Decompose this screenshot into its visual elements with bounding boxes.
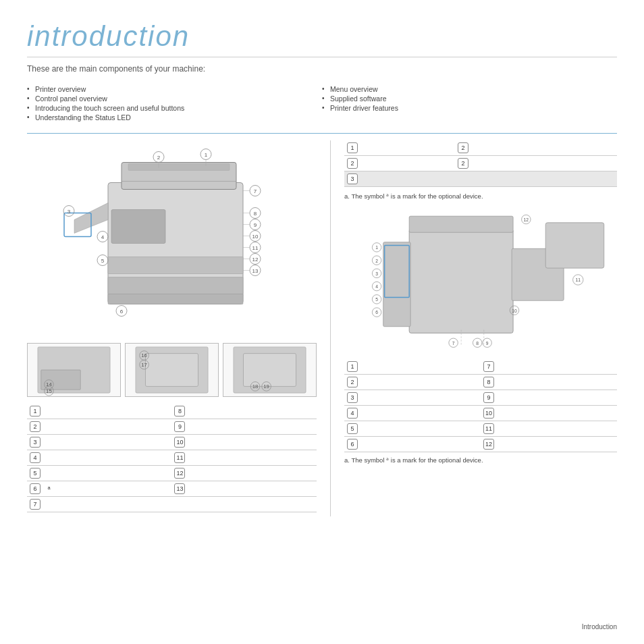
- list-item-1: Printer overview: [27, 84, 308, 94]
- num-badge: 6: [30, 483, 41, 494]
- svg-text:5: 5: [375, 297, 378, 302]
- num-badge: 5: [30, 468, 41, 479]
- svg-text:9: 9: [486, 341, 489, 346]
- svg-text:3: 3: [67, 209, 70, 215]
- svg-text:17: 17: [141, 362, 147, 368]
- table-row: 1 7: [344, 359, 617, 375]
- front-component-table: 1 8 2 9 3 10 4: [27, 404, 317, 512]
- svg-text:11: 11: [252, 245, 258, 251]
- table-row: 7: [27, 497, 317, 512]
- num-badge: 5: [347, 423, 358, 434]
- list-item-5: Menu overview: [322, 84, 603, 94]
- num-badge: 2: [458, 158, 468, 169]
- page-subtitle: These are the main components of your ma…: [27, 64, 617, 74]
- table-row: 5 12: [27, 466, 317, 481]
- svg-text:8: 8: [253, 211, 257, 217]
- num-badge: 4: [30, 452, 41, 463]
- svg-text:12: 12: [252, 257, 258, 263]
- diagram-box-3: 18 19: [223, 343, 317, 397]
- svg-text:15: 15: [46, 388, 52, 394]
- right-list: Menu overview Supplied software Printer …: [322, 84, 617, 122]
- num-badge: 1: [30, 406, 41, 417]
- svg-rect-52: [146, 354, 198, 387]
- svg-text:5: 5: [101, 258, 104, 264]
- page: introduction These are the main componen…: [0, 0, 644, 644]
- diagram-box-2: 16 17: [125, 343, 219, 397]
- num-badge: 1: [347, 142, 358, 153]
- svg-rect-6: [108, 294, 243, 304]
- small-diagrams: 14 15 16 17: [27, 343, 317, 397]
- table-row: 3 9: [344, 390, 617, 406]
- list-item-2: Control panel overview: [27, 94, 308, 103]
- table-row: 2 2: [344, 156, 617, 171]
- intro-lists: Printer overview Control panel overview …: [27, 84, 617, 122]
- num-badge: 4: [347, 408, 358, 419]
- svg-text:8: 8: [476, 341, 479, 346]
- svg-text:13: 13: [252, 268, 258, 274]
- table-row: 5 11: [344, 421, 617, 437]
- svg-text:9: 9: [253, 222, 257, 228]
- list-item-7: Printer driver features: [322, 103, 603, 113]
- svg-text:6: 6: [119, 308, 123, 315]
- main-divider: [27, 133, 617, 134]
- num-badge: 1: [347, 361, 358, 372]
- table-row: 2 9: [27, 419, 317, 435]
- num-badge: 2: [30, 421, 41, 432]
- num-badge: 10: [174, 437, 185, 448]
- svg-text:10: 10: [252, 234, 258, 240]
- num-badge: 8: [174, 406, 185, 417]
- num-badge: 7: [483, 361, 494, 372]
- table-row: 6 a 13: [27, 481, 317, 497]
- num-badge: 9: [174, 421, 185, 432]
- svg-text:11: 11: [576, 277, 581, 282]
- front-printer-diagram: 1 2 3 4 5: [54, 140, 290, 336]
- svg-text:16: 16: [141, 352, 147, 358]
- num-badge: 13: [174, 483, 185, 494]
- svg-text:6: 6: [375, 310, 378, 315]
- left-list: Printer overview Control panel overview …: [27, 84, 322, 122]
- num-badge: 11: [174, 452, 185, 463]
- num-badge: 7: [30, 499, 41, 510]
- svg-text:19: 19: [263, 383, 269, 390]
- svg-text:7: 7: [452, 341, 455, 346]
- num-badge: 3: [30, 437, 41, 448]
- svg-text:4: 4: [375, 284, 378, 289]
- rear-component-table: 1 7 2 8 3 9 4: [344, 359, 617, 452]
- num-badge: 3: [347, 173, 358, 184]
- num-badge: 3: [347, 392, 358, 403]
- diagram-box-1: 14 15: [27, 343, 121, 397]
- svg-text:7: 7: [253, 188, 257, 194]
- num-badge: 2: [347, 377, 358, 387]
- table-row: 3 10: [27, 435, 317, 450]
- table-row: 4 10: [344, 406, 617, 421]
- svg-text:10: 10: [512, 308, 517, 313]
- table-row: 6 12: [344, 437, 617, 452]
- num-badge: 6: [347, 439, 358, 450]
- right-top-footnote: a. The symbol ᵃ is a mark for the option…: [344, 192, 617, 200]
- table-row: 1 2: [344, 140, 617, 156]
- num-badge: 12: [483, 439, 494, 450]
- svg-text:2: 2: [157, 155, 160, 161]
- num-badge: 11: [483, 423, 494, 434]
- svg-rect-63: [409, 229, 513, 333]
- svg-rect-58: [244, 354, 296, 387]
- right-panel: 1 2 2 2 3 a. The: [331, 140, 617, 516]
- svg-rect-3: [111, 210, 165, 244]
- svg-text:4: 4: [101, 234, 104, 240]
- num-badge: 8: [483, 377, 494, 387]
- table-row: 4 11: [27, 450, 317, 466]
- table-row: 2 8: [344, 375, 617, 390]
- svg-rect-68: [545, 223, 604, 268]
- list-item-4: Understanding the Status LED: [27, 113, 308, 122]
- num-badge: 10: [483, 408, 494, 419]
- list-item-3: Introducing the touch screen and useful …: [27, 103, 308, 113]
- rear-printer-diagram: 1 2 3 4 5 6 7 8: [344, 205, 617, 354]
- num-badge: 12: [174, 468, 185, 479]
- table-row: 1 8: [27, 404, 317, 419]
- svg-rect-64: [383, 242, 410, 327]
- right-top-small-table: 1 2 2 2 3: [344, 140, 617, 187]
- svg-rect-67: [409, 216, 513, 232]
- svg-text:1: 1: [204, 152, 207, 158]
- svg-text:3: 3: [375, 271, 378, 276]
- svg-text:1: 1: [375, 245, 378, 250]
